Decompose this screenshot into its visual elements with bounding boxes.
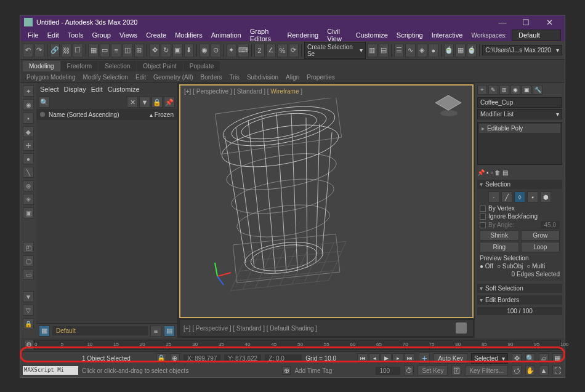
- select-region-button[interactable]: ◫: [123, 44, 133, 57]
- se-close-icon[interactable]: ✕: [127, 97, 138, 108]
- spinner-snap-button[interactable]: ⟳: [289, 44, 299, 57]
- rollout-soft-header[interactable]: Soft Selection: [477, 284, 562, 293]
- lock-selection-icon[interactable]: 🔒: [156, 353, 166, 363]
- project-path-dropdown[interactable]: C:\Users\J...s Max 2020▾: [482, 45, 562, 55]
- se-lock-icon[interactable]: 🔒: [151, 97, 163, 108]
- preview-off-radio[interactable]: Off: [480, 263, 493, 270]
- pin-stack-icon[interactable]: 📌: [477, 169, 485, 176]
- hide-icon[interactable]: ▭: [23, 269, 34, 280]
- manipulate-button[interactable]: ✦: [227, 44, 237, 57]
- filter-icon[interactable]: ▼: [23, 291, 34, 302]
- tab-create-icon[interactable]: +: [477, 85, 487, 95]
- play-button[interactable]: ▶: [381, 353, 392, 363]
- nav-pan-icon[interactable]: ✥: [512, 353, 522, 363]
- preview-multi-radio[interactable]: Multi: [526, 263, 545, 270]
- helper-icon[interactable]: ✢: [23, 140, 34, 151]
- display-icon[interactable]: ◰: [23, 242, 34, 253]
- subobj-border-icon[interactable]: ◊: [514, 191, 525, 202]
- ribbon-tab-freeform[interactable]: Freeform: [61, 61, 99, 71]
- nav-walk-icon[interactable]: ▲: [539, 366, 549, 375]
- prev-frame-button[interactable]: ◂: [369, 353, 380, 363]
- select-filter-button[interactable]: ▦: [88, 44, 99, 57]
- remove-mod-icon[interactable]: 🗑: [494, 169, 501, 176]
- panel-subdivision[interactable]: Subdivision: [243, 73, 282, 82]
- add-key-button[interactable]: +: [419, 353, 430, 364]
- tab-utilities-icon[interactable]: 🔧: [533, 85, 543, 95]
- snap-angle-button[interactable]: ∠: [266, 44, 276, 57]
- nav-fov-icon[interactable]: ▱: [539, 353, 549, 363]
- se-list[interactable]: [36, 120, 177, 323]
- container-icon[interactable]: ▣: [23, 207, 34, 218]
- panel-edit[interactable]: Edit: [132, 73, 150, 82]
- viewport-label[interactable]: [+] [ Perspective ] [ Standard ] [ Wiref…: [184, 88, 302, 95]
- render-button[interactable]: 🍵: [467, 44, 477, 57]
- minimize-button[interactable]: —: [491, 15, 514, 29]
- space-warp-icon[interactable]: ✳: [23, 194, 34, 205]
- tab-hierarchy-icon[interactable]: ⊞: [499, 85, 509, 95]
- hierarchy-icon[interactable]: ◉: [23, 99, 34, 110]
- render-frame-button[interactable]: ▦: [455, 44, 466, 57]
- goto-end-button[interactable]: ⏭: [404, 353, 415, 363]
- panel-align[interactable]: Align: [282, 73, 303, 82]
- set-key-button[interactable]: Set Key: [418, 366, 448, 376]
- pivot-button[interactable]: ⊙: [211, 44, 221, 57]
- subobj-edge-icon[interactable]: ╱: [501, 191, 512, 202]
- tab-motion-icon[interactable]: ◉: [510, 85, 520, 95]
- se-search-icon[interactable]: 🔍: [39, 97, 50, 108]
- material-editor-button[interactable]: ●: [429, 44, 439, 57]
- timeline-ruler[interactable]: 0510152025303540455055606570758085909510…: [34, 340, 561, 350]
- by-vertex-checkbox[interactable]: [480, 206, 486, 212]
- close-button[interactable]: ✕: [538, 15, 561, 29]
- nav-zoom-icon[interactable]: 🔍: [525, 353, 535, 363]
- bind-button[interactable]: ☐: [73, 44, 83, 57]
- modifier-item[interactable]: Editable Poly: [479, 124, 560, 133]
- panel-properties[interactable]: Properties: [303, 73, 339, 82]
- loop-button[interactable]: Loop: [521, 242, 560, 252]
- show-end-icon[interactable]: ▪: [486, 169, 489, 176]
- menu-group[interactable]: Group: [88, 30, 115, 40]
- menu-modifiers[interactable]: Modifiers: [171, 30, 206, 40]
- tab-modify-icon[interactable]: ✎: [488, 85, 498, 95]
- rotate-button[interactable]: ↻: [161, 44, 171, 57]
- configure-icon[interactable]: ▤: [502, 169, 508, 176]
- nav-max-icon[interactable]: ⛶: [552, 366, 562, 375]
- ribbon-tab-selection[interactable]: Selection: [99, 61, 136, 71]
- se-menu-display[interactable]: Display: [64, 86, 86, 93]
- redo-button[interactable]: ↷: [34, 44, 45, 57]
- panel-polygon-modeling[interactable]: Polygon Modeling: [23, 73, 79, 82]
- maximize-button[interactable]: ☐: [514, 15, 538, 29]
- ribbon-tab-modeling[interactable]: Modeling: [23, 61, 60, 71]
- panel-borders[interactable]: Borders: [197, 73, 226, 82]
- se-pin-icon[interactable]: 📌: [164, 97, 175, 108]
- layer-color-icon[interactable]: ▦: [39, 326, 50, 337]
- auto-key-button[interactable]: Auto Key: [434, 353, 467, 364]
- align-button[interactable]: ▤: [379, 44, 389, 57]
- timeline-config-icon[interactable]: ⚙: [24, 340, 34, 350]
- isolate-icon[interactable]: ⊕: [170, 353, 180, 363]
- viewport-secondary[interactable]: [+] [ Perspective ] [ Standard ] [ Defau…: [179, 319, 474, 337]
- layer-new-icon[interactable]: ▤: [164, 326, 175, 337]
- se-column-header[interactable]: Name (Sorted Ascending) ▴ Frozen: [36, 109, 177, 120]
- ribbon-tab-populate[interactable]: Populate: [184, 61, 220, 71]
- render-setup-button[interactable]: 🍵: [444, 44, 454, 57]
- select-by-name-button[interactable]: ≡: [111, 44, 121, 57]
- tab-display-icon[interactable]: ▣: [522, 85, 531, 95]
- menu-tools[interactable]: Tools: [64, 30, 87, 40]
- layer-dropdown[interactable]: Default: [52, 326, 148, 335]
- panel-geometry-all[interactable]: Geometry (All): [150, 73, 196, 82]
- time-config-icon[interactable]: ⏱: [404, 366, 414, 375]
- ref-coord-button[interactable]: ◉: [200, 44, 210, 57]
- unlink-button[interactable]: ⛓: [61, 44, 71, 57]
- select-object-button[interactable]: ▭: [100, 44, 110, 57]
- modifier-list-dropdown[interactable]: Modifier List▾: [477, 109, 562, 119]
- menu-file[interactable]: File: [24, 30, 42, 40]
- time-tag-icon[interactable]: ⊕: [282, 366, 291, 375]
- menu-create[interactable]: Create: [142, 30, 170, 40]
- key-filters-button[interactable]: Key Filters...: [465, 366, 508, 376]
- ring-button[interactable]: Ring: [480, 242, 519, 252]
- nav-pan2-icon[interactable]: ✋: [525, 366, 535, 375]
- key-mode-icon[interactable]: ⚿: [451, 366, 461, 375]
- create-icon[interactable]: ✦: [23, 86, 34, 97]
- se-filter-icon[interactable]: ▼: [139, 97, 150, 108]
- by-angle-checkbox[interactable]: [480, 222, 486, 228]
